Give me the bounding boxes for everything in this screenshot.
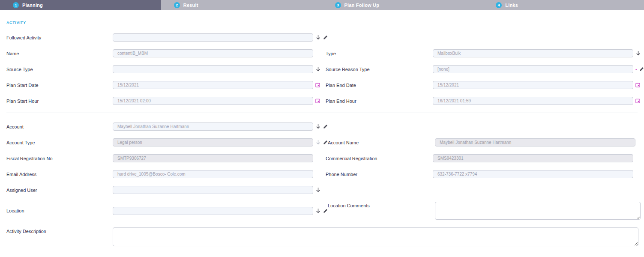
tab-number-badge: 3 [335, 2, 341, 8]
tab-label: Planning [22, 3, 43, 8]
commercial-registration-input [433, 154, 633, 162]
account-type-label: Account Type [6, 140, 113, 145]
phone-number-input[interactable] [433, 170, 633, 178]
calendar-icon[interactable] [635, 83, 640, 87]
activity-description-label: Activity Description [6, 227, 113, 234]
plan-start-hour-label: Plan Start Hour [6, 99, 113, 104]
followed-activity-label: Followed Activity [6, 35, 113, 40]
edit-pencil-icon[interactable] [639, 67, 644, 72]
calendar-icon[interactable] [315, 99, 320, 103]
assigned-user-input[interactable] [113, 186, 313, 194]
account-input[interactable] [113, 123, 313, 131]
clear-dash-icon[interactable]: - [635, 67, 637, 72]
account-name-input [435, 138, 635, 146]
tab-label: Plan Follow Up [344, 3, 380, 8]
calendar-icon[interactable] [315, 83, 320, 87]
location-comments-textarea[interactable] [435, 202, 641, 220]
activity-form: Followed Activity Name Type [6, 33, 638, 246]
type-input[interactable] [433, 49, 633, 57]
tab-planning[interactable]: 1 Planning [0, 0, 161, 10]
location-comments-label: Location Comments [328, 202, 435, 208]
edit-pencil-icon[interactable] [323, 140, 328, 145]
phone-number-label: Phone Number [326, 172, 433, 177]
source-reason-type-input[interactable] [433, 65, 633, 73]
lookup-arrow-icon[interactable] [635, 51, 641, 56]
tab-number-badge: 2 [174, 2, 180, 8]
tab-label: Result [183, 3, 198, 8]
edit-pencil-icon[interactable] [323, 35, 328, 40]
section-title-activity: ACTIVITY [6, 21, 638, 25]
source-reason-type-label: Source Reason Type [326, 67, 433, 72]
lookup-arrow-icon[interactable] [315, 35, 321, 40]
tab-result[interactable]: 2 Result [161, 0, 322, 10]
lookup-arrow-icon[interactable] [315, 124, 321, 129]
account-label: Account [6, 124, 113, 129]
fiscal-registration-no-label: Fiscal Registration No [6, 156, 113, 161]
lookup-arrow-icon[interactable] [315, 187, 321, 193]
lookup-arrow-icon[interactable] [315, 208, 321, 214]
source-type-input[interactable] [113, 65, 313, 73]
location-input[interactable] [113, 207, 313, 215]
lookup-arrow-icon[interactable] [315, 66, 321, 72]
plan-end-hour-label: Plan End Hour [326, 99, 433, 104]
activity-description-textarea[interactable] [113, 227, 638, 246]
tab-number-badge: 4 [496, 2, 502, 8]
plan-end-date-label: Plan End Date [326, 83, 433, 88]
wizard-tabbar: 1 Planning 2 Result 3 Plan Follow Up 4 L… [0, 0, 644, 10]
account-name-label: Account Name [328, 140, 435, 145]
tab-plan-follow-up[interactable]: 3 Plan Follow Up [322, 0, 483, 10]
location-label: Location [6, 208, 113, 213]
tab-label: Links [505, 3, 518, 8]
followed-activity-input[interactable] [113, 33, 313, 42]
edit-pencil-icon[interactable] [323, 209, 328, 213]
tab-number-badge: 1 [13, 2, 19, 8]
commercial-registration-label: Commercial Registration [326, 156, 433, 161]
name-label: Name [6, 51, 113, 56]
email-address-label: Email Address [6, 172, 113, 177]
calendar-icon[interactable] [635, 99, 640, 103]
lookup-arrow-icon-disabled [315, 140, 321, 145]
assigned-user-label: Assigned User [6, 188, 113, 193]
account-type-input [113, 138, 313, 146]
section-divider [6, 113, 638, 113]
plan-start-date-input[interactable] [113, 81, 313, 89]
plan-start-hour-input[interactable] [113, 97, 313, 105]
plan-end-date-input[interactable] [433, 81, 633, 89]
edit-pencil-icon[interactable] [323, 124, 328, 129]
plan-end-hour-input[interactable] [433, 97, 633, 105]
fiscal-registration-no-input [113, 154, 313, 162]
name-input[interactable] [113, 49, 313, 57]
type-label: Type [326, 51, 433, 56]
source-type-label: Source Type [6, 67, 113, 72]
email-address-input[interactable] [113, 170, 313, 178]
tab-links[interactable]: 4 Links [483, 0, 644, 10]
plan-start-date-label: Plan Start Date [6, 83, 113, 88]
